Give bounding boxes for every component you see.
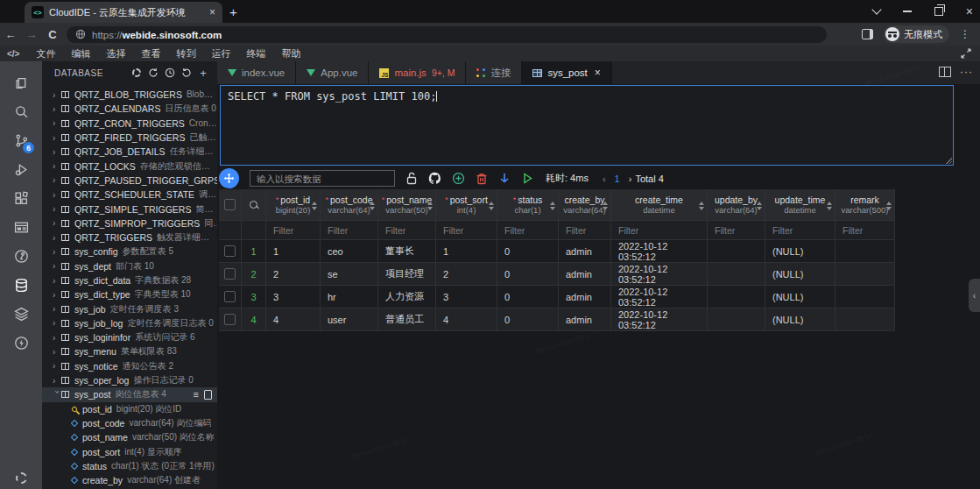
filter-cell-create_time[interactable]: Filter [611,221,708,240]
table-menu-icon[interactable]: ≡ [194,389,199,400]
filter-cell-post_name[interactable]: Filter [378,221,436,240]
restore-icon[interactable] [934,7,943,16]
tree-item-QRTZ_TRIGGERS[interactable]: ›QRTZ_TRIGGERS触发器详细信息表 3 [42,230,217,244]
split-editor-icon[interactable] [939,67,951,77]
tree-item-QRTZ_LOCKS[interactable]: ›QRTZ_LOCKS存储的悲观锁信息表 2 [42,159,217,173]
cell-create_time[interactable]: 2022-10-12 03:52:12 [611,286,708,308]
move-button[interactable] [219,168,239,188]
browser-menu-icon[interactable]: ⋮ [960,28,971,40]
cell-post_id[interactable]: 3 [266,286,321,308]
row-select-cell[interactable] [219,240,242,263]
webview-icon[interactable] [6,213,36,242]
sql-editor[interactable]: SELECT * FROM sys_post LIMIT 100; [220,85,954,166]
panel-add-icon[interactable]: + [196,66,210,80]
cell-post_name[interactable]: 人力资源 [378,286,436,308]
filter-cell-create_by[interactable]: Filter [559,221,611,240]
extensions-icon[interactable] [6,184,36,213]
cell-post_code[interactable]: se [321,263,378,286]
menu-item-帮助[interactable]: 帮助 [273,46,308,61]
tree-item-sys_dict_type[interactable]: ›sys_dict_type字典类型表 10 [42,287,217,301]
menu-item-选择[interactable]: 选择 [98,46,133,61]
tree-item-post_code[interactable]: post_codevarchar(64) 岗位编码 [42,416,217,430]
export-icon[interactable] [498,172,511,185]
window-menu-icon[interactable] [871,4,881,14]
checkbox[interactable] [224,291,236,302]
checkbox[interactable] [224,314,236,325]
cell-status[interactable]: 0 [497,286,559,308]
incognito-badge[interactable]: 无痕模式 [884,25,949,43]
cell-post_id[interactable]: 4 [266,308,321,331]
tab-main.js[interactable]: JSmain.js9+, M [369,61,466,84]
new-tab-button[interactable]: + [229,4,237,19]
checkbox[interactable] [224,199,236,210]
column-header-post_code[interactable]: *post_codevarchar(64) [321,189,378,221]
sort-icon[interactable] [312,199,317,213]
resize-handle[interactable] [946,158,952,164]
tree-item-QRTZ_CALENDARS[interactable]: ›QRTZ_CALENDARS日历信息表 0 [42,102,217,116]
tree-item-QRTZ_JOB_DETAILS[interactable]: ›QRTZ_JOB_DETAILS任务详细信息... [42,145,217,159]
run-icon[interactable] [521,172,533,185]
sort-icon[interactable] [699,199,704,213]
filter-cell-post_sort[interactable]: Filter [436,221,497,240]
api-tool-icon[interactable] [6,242,36,271]
menu-item-编辑[interactable]: 编辑 [63,46,98,61]
tree-item-sys_logininfor[interactable]: ›sys_logininfor系统访问记录 6 [42,330,217,344]
cell-post_sort[interactable]: 3 [436,286,497,308]
cell-post_sort[interactable]: 2 [436,263,497,286]
window-close-icon[interactable]: × [966,6,973,17]
page-number[interactable]: 1 [615,174,620,184]
browser-tab[interactable]: <> CloudIDE - 云原生集成开发环境 × [25,2,222,23]
menu-item-运行[interactable]: 运行 [203,46,238,61]
cell-status[interactable]: 0 [497,308,559,331]
cell-post_sort[interactable]: 4 [436,308,497,331]
tree-item-sys_oper_log[interactable]: ›sys_oper_log操作日志记录 0 [42,373,217,387]
reload-icon[interactable]: C [42,28,63,41]
cell-status[interactable]: 0 [497,240,559,263]
search-input[interactable] [250,170,395,187]
tree-item-QRTZ_SIMPROP_TRIGGERS[interactable]: ›QRTZ_SIMPROP_TRIGGERS同步机... [42,216,217,230]
search-col-cell[interactable] [242,189,266,221]
tree-item-post_sort[interactable]: post_sortint(4) 显示顺序 [42,444,217,458]
collapse-panel-handle[interactable]: ‹ [969,279,980,312]
tree-item-QRTZ_BLOB_TRIGGERS[interactable]: ›QRTZ_BLOB_TRIGGERSBlob类型的... [42,88,217,102]
column-header-create_by[interactable]: create_byvarchar(64) [559,189,611,221]
filter-cell-update_time[interactable]: Filter [765,221,835,240]
column-header-create_time[interactable]: create_timedatetime [611,189,708,221]
cell-update_by[interactable] [708,286,765,308]
explorer-icon[interactable] [6,68,36,97]
tree-item-sys_menu[interactable]: ›sys_menu菜单权限表 83 [42,344,217,358]
column-header-remark[interactable]: remarkvarchar(500) [835,189,895,221]
table-row[interactable]: 44user普通员工40admin2022-10-12 03:52:12(NUL… [219,308,895,331]
source-control-icon[interactable]: 6 [6,126,36,155]
filter-cell-post_code[interactable]: Filter [321,221,378,240]
next-page-icon[interactable]: › [629,174,632,184]
column-header-update_by[interactable]: update_byvarchar(64) [708,189,765,221]
select-all-cell[interactable] [219,189,242,221]
tab-close-icon[interactable]: × [595,67,601,79]
github-icon[interactable] [428,172,441,185]
delete-row-icon[interactable] [476,172,488,185]
tree-item-sys_config[interactable]: ›sys_config参数配置表 5 [42,244,217,259]
database-icon[interactable] [6,271,36,300]
sort-icon[interactable] [427,199,433,213]
column-header-status[interactable]: *statuschar(1) [497,189,559,221]
tab-连接[interactable]: 连接 [466,61,522,84]
layers-icon[interactable] [6,300,36,329]
table-row[interactable]: 11ceo董事长10admin2022-10-12 03:52:12(NULL) [219,240,895,263]
checkbox[interactable] [224,245,236,257]
cell-post_code[interactable]: hr [321,286,378,308]
cell-post_name[interactable]: 董事长 [378,240,436,263]
cell-post_sort[interactable]: 1 [436,240,497,263]
sort-icon[interactable] [370,199,375,213]
cell-update_time[interactable]: (NULL) [765,286,835,308]
tab-index.vue[interactable]: index.vue [217,61,296,84]
cell-update_by[interactable] [708,240,765,263]
side-panel-icon[interactable] [862,29,873,39]
new-file-icon[interactable] [204,390,212,400]
sort-icon[interactable] [827,199,832,213]
tree-item-QRTZ_SIMPLE_TRIGGERS[interactable]: ›QRTZ_SIMPLE_TRIGGERS简单触发... [42,202,217,216]
sort-icon[interactable] [757,199,762,213]
tree-item-QRTZ_CRON_TRIGGERS[interactable]: ›QRTZ_CRON_TRIGGERSCron类型... [42,117,217,131]
settings-gear-icon[interactable] [0,472,42,484]
thunder-icon[interactable] [6,329,36,358]
